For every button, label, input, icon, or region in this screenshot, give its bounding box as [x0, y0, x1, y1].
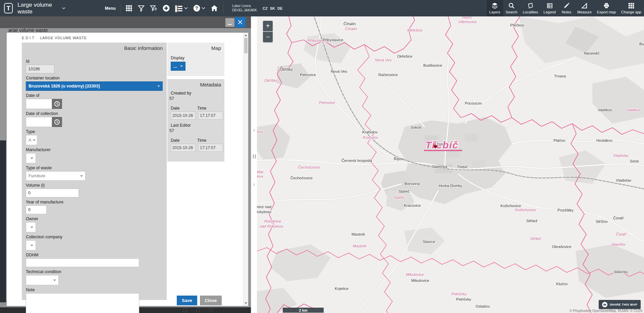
- caret-down-icon: [33, 139, 36, 141]
- filter-clear-button[interactable]: [149, 4, 158, 13]
- zoom-in-button[interactable]: +: [263, 21, 273, 31]
- map-label: Račerovice: [378, 73, 398, 77]
- year-of-manufacture-input[interactable]: [26, 205, 47, 214]
- splitter-handle-icon[interactable]: [253, 154, 256, 159]
- tool-localities[interactable]: Localities: [520, 0, 541, 16]
- chevron-down-icon: [184, 7, 188, 10]
- map-label: Přibyslavice: [323, 38, 343, 42]
- help-button[interactable]: ?: [192, 4, 206, 13]
- note-label: Note: [26, 287, 163, 292]
- field-collection-company: Collection company: [26, 234, 163, 250]
- menu-button[interactable]: Menu: [105, 6, 116, 11]
- scroll-down-icon[interactable]: [245, 302, 247, 304]
- module-grid-button[interactable]: [125, 4, 133, 12]
- content-area: arge volume waste popelnic): [0, 16, 644, 313]
- created-date-input: [171, 112, 196, 120]
- close-button[interactable]: Close: [200, 296, 222, 305]
- map-attribution: © Přispěvatelé OpenStreetMap, RÚIAN: © Č…: [570, 309, 643, 313]
- chevron-down-icon: [62, 7, 65, 10]
- date-of-picker-button[interactable]: [52, 99, 62, 109]
- map-scale-bar: 2 km: [283, 308, 324, 313]
- map-label: Kracovice: [404, 203, 421, 207]
- field-date-of: Date of: [26, 92, 163, 109]
- lang-cz[interactable]: CZ: [263, 6, 268, 10]
- filter-clear-icon: [150, 5, 157, 12]
- map-label: Hostákov: [596, 138, 612, 142]
- tool-change-app[interactable]: Change app: [619, 0, 644, 16]
- map-label: Sokolí: [411, 125, 422, 129]
- plus-circle-icon: [162, 4, 170, 12]
- container-location-select[interactable]: Bruzovská 1826 (u vodárny) [22303]: [26, 81, 163, 91]
- records-list-button[interactable]: 123: [174, 4, 189, 13]
- header-divider: [223, 3, 224, 14]
- filter-button[interactable]: [137, 4, 146, 13]
- ddhm-input[interactable]: [26, 258, 139, 267]
- display-select[interactable]: ...: [171, 62, 185, 71]
- type-select[interactable]: A: [26, 135, 37, 145]
- dialog-close-button[interactable]: [235, 17, 246, 27]
- map-canvas[interactable]: HorníVilémovicePřečkovČíhalínČíhalínOkře…: [257, 16, 644, 313]
- dialog-scrollbar[interactable]: [243, 33, 248, 306]
- manufacturer-select[interactable]: [26, 153, 36, 163]
- map-label: Borovina: [405, 182, 420, 186]
- top-bar: T Large volume waste Menu 123 ? Lubor Li…: [0, 0, 644, 16]
- map-label: Klučov: [556, 282, 568, 286]
- app-title-switcher[interactable]: Large volume waste: [17, 2, 65, 15]
- owner-select[interactable]: [26, 222, 36, 232]
- date-of-collection-input[interactable]: [26, 117, 52, 127]
- dialog-entity: LARGE VOLUME WASTE: [40, 36, 87, 40]
- map-label: Pozďátky: [557, 208, 574, 212]
- map-label: Slavičky: [611, 242, 626, 246]
- map-label: ňov: [257, 130, 264, 134]
- collapse-right-icon[interactable]: ›: [251, 181, 257, 187]
- date-of-input[interactable]: [26, 99, 52, 109]
- home-button[interactable]: [210, 4, 219, 13]
- svg-text:3: 3: [175, 10, 177, 12]
- layers-icon: [491, 2, 498, 9]
- map-label: Čechočovice: [298, 165, 320, 169]
- map-label: Mikulovice: [406, 272, 424, 276]
- collection-company-select[interactable]: [26, 240, 36, 250]
- caret-down-icon: [31, 227, 33, 228]
- tool-notes[interactable]: Notes: [558, 0, 575, 16]
- date-of-collection-picker-button[interactable]: [52, 117, 62, 127]
- language-switcher: CZ SK DE: [263, 0, 282, 16]
- display-label: Display: [171, 56, 221, 60]
- caret-down-icon: [31, 245, 33, 246]
- technical-condition-select[interactable]: [26, 275, 59, 285]
- map-label: Valdíkov: [598, 108, 612, 112]
- search-icon: [508, 2, 515, 9]
- collapse-left-icon[interactable]: ‹: [251, 127, 257, 133]
- tool-layers[interactable]: Layers: [487, 0, 503, 16]
- localities-icon: [527, 2, 534, 9]
- lang-de[interactable]: DE: [277, 6, 282, 10]
- user-info[interactable]: Lubor Livora DEVEL JAKARK: [232, 4, 257, 12]
- scrollbar-thumb[interactable]: [244, 38, 248, 53]
- metadata-section: Metadata Created by 57 Date Time Last Ed…: [167, 79, 224, 162]
- date-of-label: Date of: [26, 92, 163, 98]
- note-textarea[interactable]: [26, 293, 139, 313]
- tool-measure[interactable]: Measure: [575, 0, 594, 16]
- app-title: Large volume waste: [17, 2, 59, 15]
- field-technical-condition: Technical condition: [26, 269, 163, 285]
- share-map-button[interactable]: SHARE THIS MAP: [599, 300, 641, 309]
- tool-legend[interactable]: Legend: [541, 0, 558, 16]
- created-by-label: Created by: [171, 91, 221, 96]
- map-toolbar: Layers Search Localities Legend Notes: [487, 0, 644, 16]
- type-of-waste-select[interactable]: Furniture: [26, 171, 86, 181]
- panel-splitter[interactable]: ‹ ›: [251, 16, 257, 313]
- lang-sk[interactable]: SK: [270, 6, 275, 10]
- tool-search[interactable]: Search: [503, 0, 520, 16]
- dialog-minimize-button[interactable]: [225, 18, 234, 27]
- map-label: Červená hospoda: [341, 159, 372, 163]
- scroll-up-icon[interactable]: [245, 34, 247, 36]
- save-button[interactable]: Save: [177, 296, 197, 305]
- section-title-metadata: Metadata: [171, 82, 221, 87]
- add-record-button[interactable]: [162, 4, 171, 13]
- clock-icon: [54, 101, 60, 107]
- map-label: kva: [257, 174, 263, 178]
- tool-export-map[interactable]: Export map: [594, 0, 619, 16]
- map-label: Horka-Domky: [439, 184, 463, 188]
- zoom-out-button[interactable]: −: [263, 32, 273, 42]
- volume-input[interactable]: [26, 189, 79, 197]
